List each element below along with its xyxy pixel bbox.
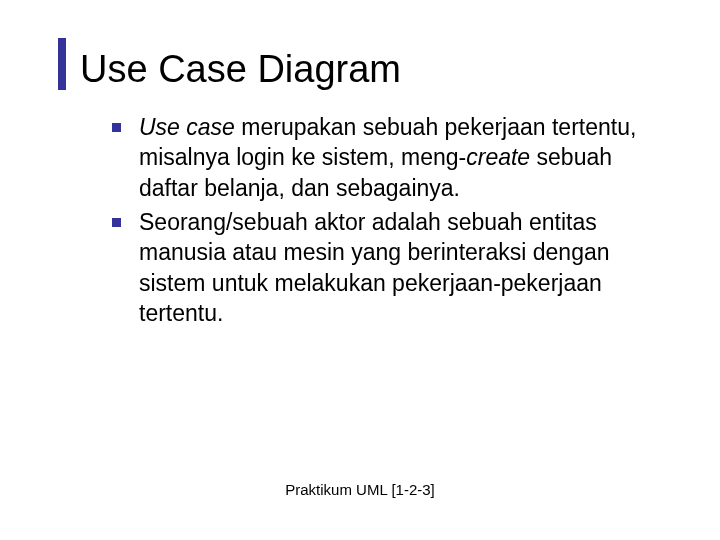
list-item: Seorang/sebuah aktor adalah sebuah entit… [112,207,652,328]
slide: Use Case Diagram Use case merupakan sebu… [0,0,720,540]
content-area: Use case merupakan sebuah pekerjaan tert… [58,112,662,329]
bullet-list: Use case merupakan sebuah pekerjaan tert… [112,112,652,329]
bullet-square-icon [112,123,121,132]
slide-title: Use Case Diagram [80,50,401,90]
bullet-text: Use case merupakan sebuah pekerjaan tert… [139,112,652,203]
plain-text: Seorang/sebuah aktor adalah sebuah entit… [139,209,610,326]
bullet-square-icon [112,218,121,227]
italic-text: create [466,144,530,170]
bullet-text: Seorang/sebuah aktor adalah sebuah entit… [139,207,652,328]
title-accent-bar [58,38,66,90]
footer-text: Praktikum UML [1-2-3] [0,481,720,498]
list-item: Use case merupakan sebuah pekerjaan tert… [112,112,652,203]
italic-text: Use case [139,114,235,140]
title-row: Use Case Diagram [58,38,662,90]
